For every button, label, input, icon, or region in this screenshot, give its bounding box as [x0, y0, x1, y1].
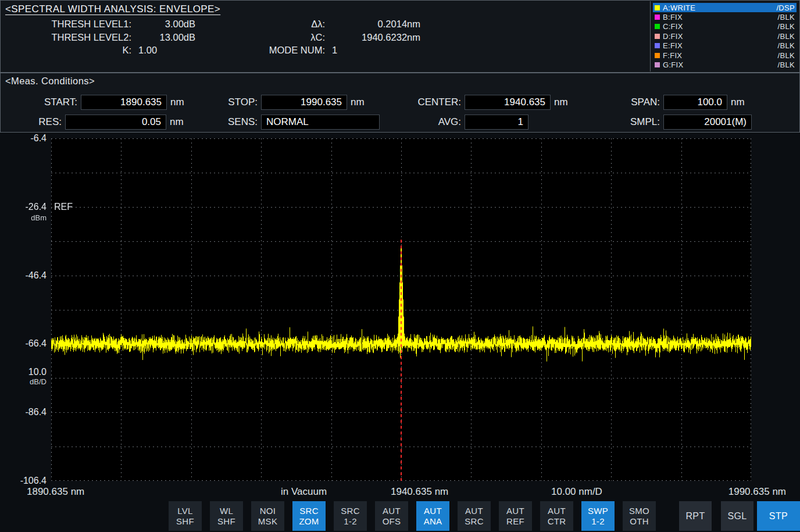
y-tick-0: -6.4 [3, 133, 47, 144]
start-field: START: 1890.635 nm [4, 95, 184, 110]
softkey-aut-ana[interactable]: AUT ANA [416, 501, 449, 531]
trace-a-color-swatch [655, 5, 660, 10]
softkey-label-line2: SHF [217, 516, 235, 527]
analysis-params-left: THRESH LEVEL1: 3.00dB THRESH LEVEL2: 13.… [33, 17, 195, 57]
x-axis-center-label: 1940.635 nm [391, 486, 448, 498]
softkey-smo-oth[interactable]: SMO OTH [623, 501, 656, 531]
center-field: CENTER: 1940.635 nm [373, 95, 568, 110]
res-unit: nm [170, 116, 184, 128]
thresh-level1-value: 3.00dB [131, 17, 195, 31]
x-axis-start-label: 1890.635 nm [27, 486, 84, 498]
center-unit: nm [554, 97, 568, 108]
stop-value-box[interactable]: 1990.635 [261, 95, 347, 110]
softkey-aut-ref[interactable]: AUT REF [499, 501, 532, 531]
smpl-label: SMPL: [582, 116, 660, 128]
trace-b-status: /BLK [778, 13, 795, 22]
span-field: SPAN: 100.0 nm [582, 95, 745, 110]
thresh-level2-row: THRESH LEVEL2: 13.00dB [33, 31, 195, 44]
mode-num-row: MODE NUM: 1 [245, 44, 420, 57]
trace-row-c[interactable]: C:FIX /BLK [653, 22, 797, 31]
softkey-label-line1: SWP [588, 506, 608, 516]
softkey-noi-msk[interactable]: NOI MSK [251, 501, 284, 531]
trace-a-status: /DSP [776, 3, 795, 12]
trace-d-color-swatch [655, 34, 660, 39]
y-unit-label: dBm [3, 213, 47, 222]
y-tick-1: -26.4 [3, 202, 47, 212]
k-factor-label: K: [33, 44, 131, 57]
spectrum-chart-area: -6.4 -26.4 dBm REF -46.4 -66.4 10.0 dB/D… [0, 133, 800, 500]
trace-c-status: /BLK [778, 22, 795, 31]
mode-num-value: 1 [325, 44, 420, 57]
trace-row-b[interactable]: B:FIX /BLK [653, 12, 797, 22]
sens-field: SENS: NORMAL [192, 115, 383, 130]
single-sweep-button[interactable]: SGL [721, 501, 753, 531]
res-value-box[interactable]: 0.05 [65, 115, 166, 130]
res-field: RES: 0.05 nm [4, 115, 184, 130]
trace-row-e[interactable]: E:FIX /BLK [653, 41, 797, 51]
y-tick-5: -106.4 [3, 476, 47, 486]
stop-sweep-label: STP [769, 511, 788, 522]
smpl-value-box[interactable]: 20001(M) [663, 115, 752, 130]
start-unit: nm [170, 97, 184, 108]
softkey-label-line2: 1-2 [344, 516, 357, 527]
meas-conditions-panel: <Meas. Conditions> START: 1890.635 nm ST… [0, 73, 800, 133]
softkey-label-line2: 1-2 [591, 516, 605, 527]
trace-f-label: F:FIX [663, 51, 778, 60]
softkey-label-line1: NOI [260, 506, 276, 516]
analysis-params-right: Δλ: 0.2014nm λC: 1940.6232nm MODE NUM: 1 [245, 17, 420, 57]
softkey-aut-src[interactable]: AUT SRC [458, 501, 491, 531]
softkey-label-line2: SHF [176, 516, 194, 527]
softkey-label-line1: WL [220, 506, 233, 516]
thresh-level1-label: THRESH LEVEL1: [33, 17, 131, 31]
trace-g-status: /BLK [778, 60, 795, 69]
trace-row-f[interactable]: F:FIX /BLK [653, 51, 797, 60]
softkey-swp-1-2[interactable]: SWP 1-2 [581, 501, 615, 531]
softkey-lvl-shf[interactable]: LVL SHF [169, 501, 202, 531]
trace-f-color-swatch [655, 53, 660, 58]
lambda-c-value: 1940.6232nm [325, 31, 420, 44]
softkey-label-line1: AUT [424, 506, 442, 516]
center-value-box[interactable]: 1940.635 [465, 95, 551, 110]
softkey-group: LVL SHF WL SHF NOI MSK SRC ZOM SRC 1-2 A… [169, 501, 656, 531]
thresh-level1-row: THRESH LEVEL1: 3.00dB [33, 17, 195, 31]
span-unit: nm [731, 97, 745, 108]
trace-c-color-swatch [655, 24, 660, 29]
softkey-aut-ofs[interactable]: AUT OFS [375, 501, 408, 531]
softkey-label-line2: ANA [424, 516, 442, 527]
trace-e-label: E:FIX [663, 41, 778, 50]
softkey-label-line1: SRC [299, 506, 319, 516]
softkey-src-1-2[interactable]: SRC 1-2 [334, 501, 367, 531]
trace-row-g[interactable]: G:FIX /BLK [653, 60, 797, 69]
softkey-wl-shf[interactable]: WL SHF [210, 501, 243, 531]
softkey-label-line2: OTH [630, 516, 649, 527]
k-factor-row: K: 1.00 [33, 44, 195, 57]
stop-field: STOP: 1990.635 nm [192, 95, 365, 110]
stop-sweep-button[interactable]: STP [757, 501, 800, 531]
y-tick-4: -86.4 [3, 407, 47, 417]
start-label: START: [4, 97, 77, 108]
plot-area [51, 138, 751, 481]
span-value-box[interactable]: 100.0 [663, 95, 727, 110]
trace-legend: A:WRITE /DSP B:FIX /BLK C:FIX /BLK D:FIX… [650, 1, 799, 72]
meas-conditions-title: <Meas. Conditions> [5, 76, 95, 87]
delta-lambda-value: 0.2014nm [325, 17, 420, 31]
lambda-c-row: λC: 1940.6232nm [245, 31, 420, 44]
spectrum-trace-canvas [51, 138, 751, 481]
start-value-box[interactable]: 1890.635 [81, 95, 167, 110]
sens-value-box[interactable]: NORMAL [261, 115, 380, 130]
avg-value-box[interactable]: 1 [465, 115, 528, 130]
stop-label: STOP: [192, 97, 258, 108]
trace-row-a[interactable]: A:WRITE /DSP [653, 3, 797, 12]
repeat-sweep-button[interactable]: RPT [679, 501, 712, 531]
trace-d-label: D:FIX [663, 32, 778, 41]
softkey-label-line1: SRC [341, 506, 360, 516]
softkey-src-zom[interactable]: SRC ZOM [292, 501, 326, 531]
trace-row-d[interactable]: D:FIX /BLK [653, 31, 797, 41]
softkey-label-line1: AUT [548, 506, 566, 516]
softkey-aut-ctr[interactable]: AUT CTR [540, 501, 573, 531]
trace-g-color-swatch [655, 62, 660, 67]
center-label: CENTER: [373, 97, 461, 108]
thresh-level2-label: THRESH LEVEL2: [33, 31, 131, 44]
trace-b-color-swatch [655, 15, 660, 20]
stop-unit: nm [351, 97, 365, 108]
